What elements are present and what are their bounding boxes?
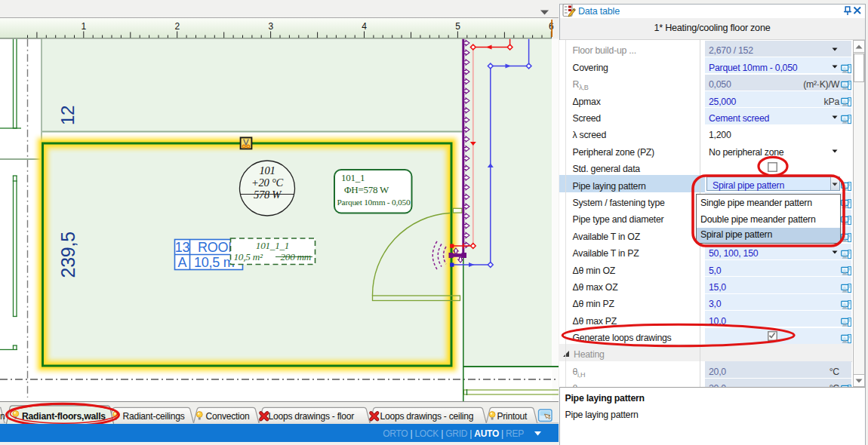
svg-text:Radiant-floors,walls: Radiant-floors,walls bbox=[22, 411, 106, 422]
svg-text:n: n bbox=[0, 411, 5, 422]
svg-text:ΦH=578 W: ΦH=578 W bbox=[344, 184, 389, 195]
svg-text:13: 13 bbox=[175, 240, 190, 255]
svg-text:101: 101 bbox=[260, 164, 275, 176]
svg-text:4: 4 bbox=[362, 21, 367, 32]
svg-text:A: A bbox=[178, 255, 187, 270]
svg-text:Radiant-ceilings: Radiant-ceilings bbox=[123, 411, 185, 422]
svg-text:3: 3 bbox=[268, 21, 273, 32]
svg-text:101_1_1: 101_1_1 bbox=[256, 240, 289, 251]
svg-text:12: 12 bbox=[57, 106, 78, 125]
svg-text:1: 1 bbox=[82, 21, 87, 32]
svg-text:239,5: 239,5 bbox=[57, 232, 78, 278]
svg-text:10,5 m: 10,5 m bbox=[194, 255, 235, 270]
svg-text:Loops drawings - floor: Loops drawings - floor bbox=[269, 411, 355, 422]
svg-text:5: 5 bbox=[455, 21, 460, 32]
svg-text:+20 °C: +20 °C bbox=[251, 176, 283, 189]
svg-text:101_1: 101_1 bbox=[341, 172, 365, 183]
svg-text:Loops drawings - ceiling: Loops drawings - ceiling bbox=[380, 411, 474, 422]
svg-text:Convection: Convection bbox=[206, 411, 250, 422]
svg-text:Printout: Printout bbox=[497, 411, 528, 422]
svg-text:Parquet 10mm - 0,050: Parquet 10mm - 0,050 bbox=[337, 198, 411, 207]
svg-text:10,5 m²: 10,5 m² bbox=[234, 251, 263, 262]
svg-text:2: 2 bbox=[174, 21, 180, 32]
